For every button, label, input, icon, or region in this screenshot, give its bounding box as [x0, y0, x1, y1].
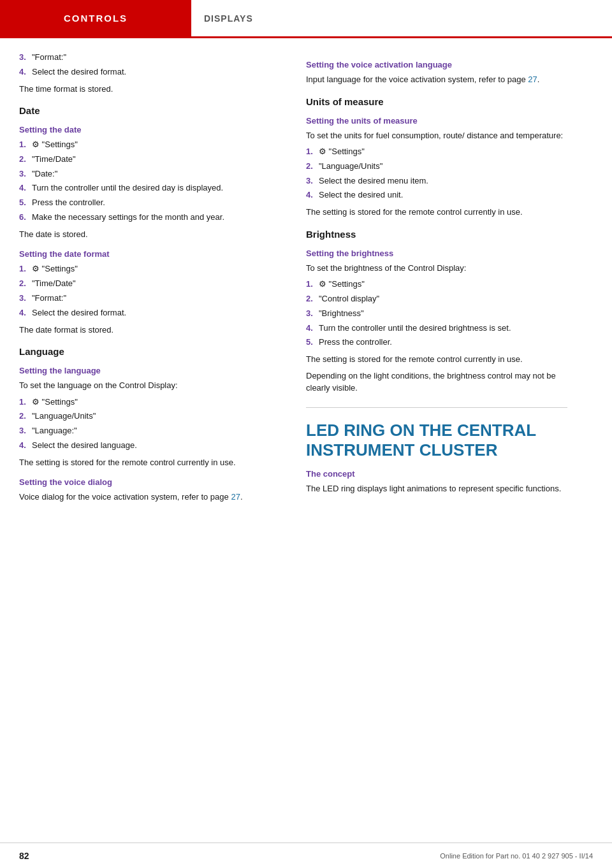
footer-text: Online Edition for Part no. 01 40 2 927 … — [440, 852, 593, 860]
setting-date-heading: Setting the date — [19, 125, 274, 134]
language-step-1: 1. ⚙ "Settings" — [19, 396, 274, 409]
date-step-4: 4. Turn the controller until the desired… — [19, 182, 274, 195]
date-stored: The date is stored. — [19, 228, 274, 241]
led-section: LED RING ON THE CENTRAL INSTRUMENT CLUST… — [306, 407, 567, 495]
led-concept-heading: The concept — [306, 469, 567, 479]
controls-label: CONTROLS — [64, 13, 127, 24]
right-column: Setting the voice activation language In… — [293, 51, 586, 507]
step-3-format: 3. "Format:" — [19, 51, 274, 64]
units-steps-list: 1. ⚙ "Settings" 2. "Language/Units" 3. S… — [306, 145, 567, 202]
brightness-note: Depending on the light conditions, the b… — [306, 370, 567, 394]
led-concept-text: The LED ring displays light animations t… — [306, 482, 567, 495]
displays-label: DISPLAYS — [204, 13, 253, 24]
voice-activation-text: Input language for the voice activation … — [306, 73, 567, 86]
date-step-3: 3. "Date:" — [19, 168, 274, 181]
setting-language-heading: Setting the language — [19, 366, 274, 375]
voice-activation-page-link[interactable]: 27 — [528, 75, 537, 84]
voice-dialog-page-link[interactable]: 27 — [231, 492, 240, 502]
brightness-steps-list: 1. ⚙ "Settings" 2. "Control display" 3. … — [306, 278, 567, 349]
date-step-6: 6. Make the necessary settings for the m… — [19, 211, 274, 224]
time-format-steps-continued: 3. "Format:" 4. Select the desired forma… — [19, 51, 274, 79]
led-title: LED RING ON THE CENTRAL INSTRUMENT CLUST… — [306, 421, 567, 460]
units-step-3: 3. Select the desired menu item. — [306, 175, 567, 188]
setting-brightness-heading: Setting the brightness — [306, 249, 567, 258]
units-step-2: 2. "Language/Units" — [306, 160, 567, 173]
brightness-section-heading: Brightness — [306, 229, 567, 240]
page-header: CONTROLS DISPLAYS — [0, 0, 612, 38]
language-steps-list: 1. ⚙ "Settings" 2. "Language/Units" 3. "… — [19, 396, 274, 452]
language-section-heading: Language — [19, 346, 274, 357]
setting-brightness-intro: To set the brightness of the Control Dis… — [306, 262, 567, 275]
page-number: 82 — [19, 851, 29, 861]
setting-units-intro: To set the units for fuel consumption, r… — [306, 129, 567, 142]
brightness-step-1: 1. ⚙ "Settings" — [306, 278, 567, 291]
setting-units-heading: Setting the units of measure — [306, 116, 567, 126]
step-4-format: 4. Select the desired format. — [19, 66, 274, 79]
left-column: 3. "Format:" 4. Select the desired forma… — [0, 51, 293, 507]
time-format-stored: The time format is stored. — [19, 83, 274, 96]
date-format-step-2: 2. "Time/Date" — [19, 277, 274, 291]
page-footer: 82 Online Edition for Part no. 01 40 2 9… — [0, 843, 612, 868]
voice-dialog-heading: Setting the voice dialog — [19, 477, 274, 487]
language-stored: The setting is stored for the remote con… — [19, 456, 274, 469]
units-step-4: 4. Select the desired unit. — [306, 189, 567, 202]
date-format-stored: The date format is stored. — [19, 324, 274, 336]
brightness-step-2: 2. "Control display" — [306, 293, 567, 306]
brightness-step-4: 4. Turn the controller until the desired… — [306, 322, 567, 335]
language-step-2: 2. "Language/Units" — [19, 410, 274, 423]
date-section-heading: Date — [19, 105, 274, 116]
language-step-3: 3. "Language:" — [19, 424, 274, 438]
date-steps-list: 1. ⚙ "Settings" 2. "Time/Date" 3. "Date:… — [19, 138, 274, 224]
units-section-heading: Units of measure — [306, 96, 567, 107]
brightness-stored: The setting is stored for the remote con… — [306, 353, 567, 366]
date-step-1: 1. ⚙ "Settings" — [19, 138, 274, 152]
displays-tab: DISPLAYS — [191, 0, 266, 36]
date-format-step-4: 4. Select the desired format. — [19, 307, 274, 320]
voice-dialog-text: Voice dialog for the voice activation sy… — [19, 491, 274, 503]
language-step-4: 4. Select the desired language. — [19, 439, 274, 452]
units-step-1: 1. ⚙ "Settings" — [306, 145, 567, 159]
date-step-2: 2. "Time/Date" — [19, 153, 274, 166]
brightness-step-3: 3. "Brightness" — [306, 307, 567, 321]
controls-tab: CONTROLS — [0, 0, 191, 36]
units-stored: The setting is stored for the remote con… — [306, 206, 567, 219]
date-step-5: 5. Press the controller. — [19, 196, 274, 210]
date-format-steps-list: 1. ⚙ "Settings" 2. "Time/Date" 3. "Forma… — [19, 263, 274, 319]
voice-activation-heading: Setting the voice activation language — [306, 60, 567, 69]
main-content: 3. "Format:" 4. Select the desired forma… — [0, 38, 612, 507]
date-format-step-1: 1. ⚙ "Settings" — [19, 263, 274, 276]
date-format-step-3: 3. "Format:" — [19, 292, 274, 305]
brightness-step-5: 5. Press the controller. — [306, 336, 567, 349]
setting-date-format-heading: Setting the date format — [19, 249, 274, 259]
setting-language-intro: To set the language on the Control Displ… — [19, 379, 274, 392]
